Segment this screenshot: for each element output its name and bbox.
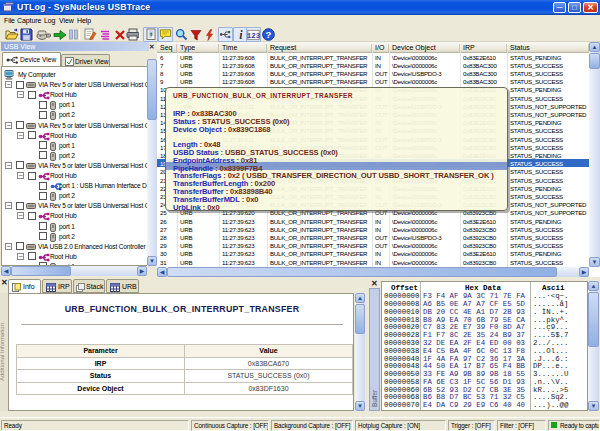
svg-text:?: ? [266,29,272,40]
svg-text:123: 123 [247,31,260,39]
svg-text:i: i [239,29,243,41]
